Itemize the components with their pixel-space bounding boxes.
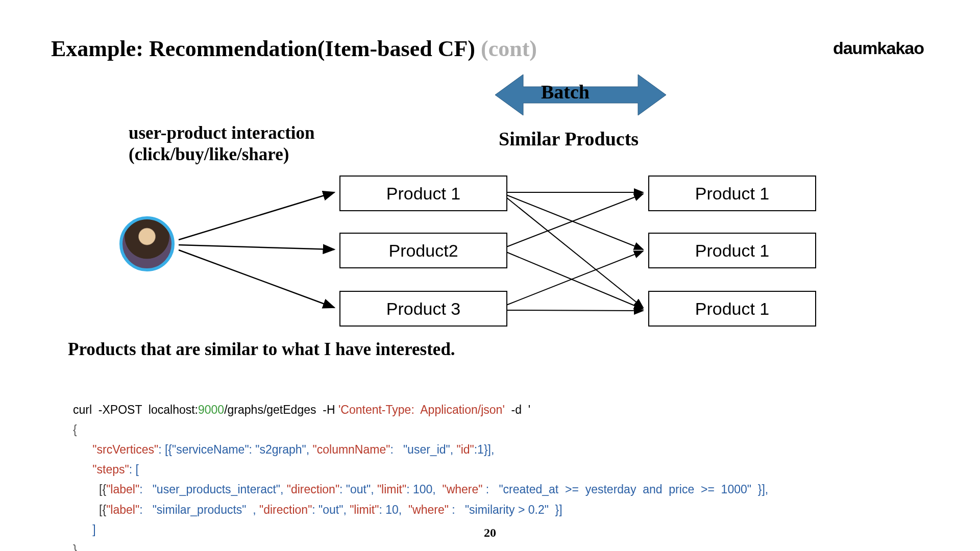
left-product-2: Product2: [339, 233, 507, 268]
right-product-2: Product 1: [648, 233, 816, 268]
code-l2-label-val: : "similar_products" ,: [139, 503, 259, 516]
batch-label: Batch: [541, 81, 590, 103]
code-steps-close: ]: [92, 523, 95, 536]
code-src-rest: : [{"serviceName": "s2graph",: [158, 443, 312, 456]
interaction-line1: user-product interaction: [129, 122, 315, 144]
branding-logo: daumkakao: [833, 38, 924, 58]
left-product-3: Product 3: [339, 291, 507, 327]
svg-line-6: [506, 195, 643, 249]
code-cmd-prefix: curl -XPOST localhost:: [73, 403, 198, 416]
code-cmd-suffix: -d ': [505, 403, 530, 416]
page-number: 20: [484, 526, 496, 540]
code-col-key: "columnName": [313, 443, 390, 456]
code-l1-label-key: "label": [106, 483, 139, 496]
slide-title: Example: Recommendation(Item-based CF) (…: [51, 36, 537, 62]
interaction-label: user-product interaction (click/buy/like…: [129, 122, 315, 165]
code-l1-label-val: : "user_products_interact",: [139, 483, 287, 496]
title-main: Example: Recommendation(Item-based CF): [51, 36, 475, 61]
slide: Example: Recommendation(Item-based CF) (…: [0, 0, 980, 551]
code-l2-limit-val: : 10,: [379, 503, 408, 516]
description-text: Products that are similar to what I have…: [68, 339, 455, 360]
code-header: 'Content-Type: Application/json': [338, 403, 505, 416]
code-l1-dir-key: "direction": [287, 483, 339, 496]
svg-line-10: [506, 251, 643, 305]
code-l2-limit-key: "limit": [350, 503, 379, 516]
svg-line-7: [506, 197, 643, 308]
code-block: curl -XPOST localhost:9000/graphs/getEdg…: [73, 380, 768, 551]
code-l2-label-key: "label": [106, 503, 139, 516]
svg-line-2: [179, 192, 334, 240]
interaction-line2: (click/buy/like/share): [129, 144, 315, 165]
svg-line-8: [506, 194, 643, 247]
code-l2-dir-key: "direction": [259, 503, 312, 516]
svg-line-11: [506, 310, 643, 311]
code-col-rest: : "user_id",: [390, 443, 456, 456]
code-l1-limit-key: "limit": [377, 483, 406, 496]
code-src-key: "srcVertices": [92, 443, 158, 456]
code-steps-rest: : [: [129, 463, 139, 476]
code-l1-where-key: "where": [442, 483, 482, 496]
svg-line-4: [179, 250, 334, 308]
right-product-1: Product 1: [648, 176, 816, 211]
code-cmd-mid: /graphs/getEdges -H: [224, 403, 338, 416]
code-brace-open: {: [73, 423, 77, 436]
svg-line-9: [506, 252, 643, 309]
user-avatar: [119, 216, 175, 271]
code-l2-where-key: "where": [408, 503, 449, 516]
code-brace-close: }: [73, 543, 77, 551]
code-steps-key: "steps": [92, 463, 129, 476]
code-id-rest: :1}],: [474, 443, 495, 456]
right-product-3: Product 1: [648, 291, 816, 327]
code-l2-where-val: : "similarity > 0.2" }]: [449, 503, 562, 516]
left-product-1: Product 1: [339, 176, 507, 211]
code-port: 9000: [198, 403, 224, 416]
code-id-key: "id": [457, 443, 474, 456]
title-cont: (cont): [475, 36, 537, 61]
code-l1-dir-val: : "out",: [339, 483, 377, 496]
svg-line-3: [179, 245, 334, 249]
code-l1-where-val: : "created_at >= yesterday and price >= …: [482, 483, 768, 496]
code-l2-dir-val: : "out",: [312, 503, 350, 516]
similar-products-label: Similar Products: [499, 128, 639, 150]
code-l1-limit-val: : 100,: [406, 483, 442, 496]
